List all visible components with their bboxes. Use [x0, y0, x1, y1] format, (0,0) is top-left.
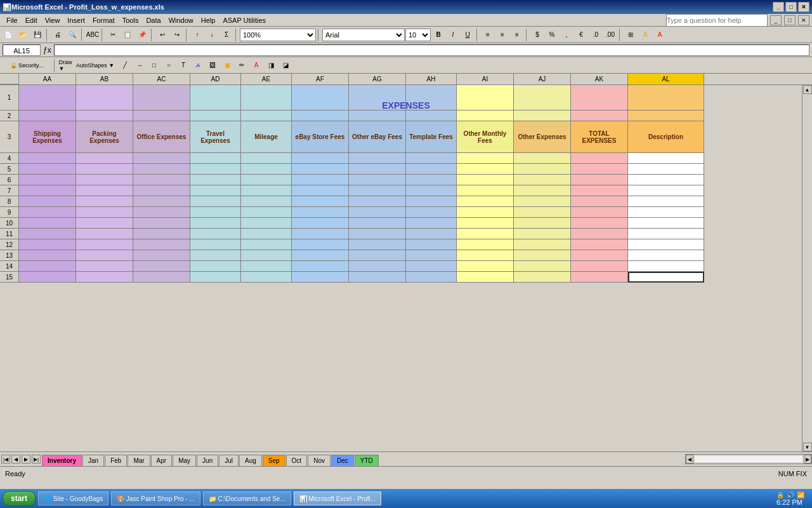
cell-AA3[interactable]: Shipping Expenses: [19, 121, 76, 153]
cell-AA5[interactable]: [19, 164, 76, 175]
cell-AJ15[interactable]: [514, 272, 571, 283]
cell-AF15[interactable]: [292, 272, 349, 283]
cell-AA10[interactable]: [19, 218, 76, 229]
cell-AL7[interactable]: [628, 185, 704, 196]
cell-AK5[interactable]: [571, 164, 628, 175]
cell-AE15[interactable]: [241, 272, 292, 283]
cell-AL6[interactable]: [628, 175, 704, 185]
cell-AA13[interactable]: [19, 250, 76, 261]
cell-AE11[interactable]: [241, 229, 292, 239]
menu-window[interactable]: Window: [165, 15, 197, 25]
cell-AC11[interactable]: [133, 229, 190, 239]
cell-AJ10[interactable]: [514, 218, 571, 229]
cell-AD12[interactable]: [190, 239, 241, 250]
cell-AG13[interactable]: [349, 250, 406, 261]
cell-AE13[interactable]: [241, 250, 292, 261]
sheet-tab-mar[interactable]: Mar: [128, 455, 150, 466]
menu-help[interactable]: Help: [197, 15, 219, 25]
cell-AG14[interactable]: [349, 261, 406, 272]
cell-AL8[interactable]: [628, 196, 704, 207]
row-num-8[interactable]: 8: [0, 196, 19, 207]
cell-AG6[interactable]: [349, 175, 406, 185]
cell-AK11[interactable]: [571, 229, 628, 239]
cell-AH1[interactable]: [406, 85, 457, 110]
cell-AD1[interactable]: [190, 85, 241, 110]
cell-AI14[interactable]: [457, 261, 514, 272]
sheet-tab-dec[interactable]: Dec: [331, 455, 354, 466]
cell-AB10[interactable]: [76, 218, 133, 229]
sort-desc-button[interactable]: ↓: [205, 28, 219, 42]
cell-AH8[interactable]: [406, 196, 457, 207]
scroll-left-button[interactable]: ◀: [686, 455, 693, 464]
cell-AH2[interactable]: [406, 110, 457, 121]
security-button[interactable]: 🔒 Security...: [1, 58, 52, 72]
new-button[interactable]: 📄: [1, 28, 15, 42]
cell-AA12[interactable]: [19, 239, 76, 250]
cell-AE10[interactable]: [241, 218, 292, 229]
cell-AE4[interactable]: [241, 153, 292, 164]
row-num-7[interactable]: 7: [0, 185, 19, 196]
app-restore-button[interactable]: □: [784, 15, 796, 25]
cell-AK9[interactable]: [571, 207, 628, 218]
cell-AI9[interactable]: [457, 207, 514, 218]
cell-AC12[interactable]: [133, 239, 190, 250]
cell-AG11[interactable]: [349, 229, 406, 239]
cell-AH9[interactable]: [406, 207, 457, 218]
cell-AB14[interactable]: [76, 261, 133, 272]
cell-AF11[interactable]: [292, 229, 349, 239]
cell-AD13[interactable]: [190, 250, 241, 261]
cell-AC5[interactable]: [133, 164, 190, 175]
cell-AA14[interactable]: [19, 261, 76, 272]
cell-AL11[interactable]: [628, 229, 704, 239]
cell-AG3[interactable]: Other eBay Fees: [349, 121, 406, 153]
cell-AK2[interactable]: [571, 110, 628, 121]
line-tool[interactable]: ╱: [118, 58, 132, 72]
scroll-up-button[interactable]: ▲: [803, 85, 812, 94]
cell-AE1[interactable]: [241, 85, 292, 110]
cell-AA8[interactable]: [19, 196, 76, 207]
currency-button[interactable]: $: [530, 28, 544, 42]
cell-AD3[interactable]: Travel Expenses: [190, 121, 241, 153]
cell-AK12[interactable]: [571, 239, 628, 250]
menu-view[interactable]: View: [41, 15, 64, 25]
cell-AG12[interactable]: [349, 239, 406, 250]
cell-AC10[interactable]: [133, 218, 190, 229]
cell-AB15[interactable]: [76, 272, 133, 283]
col-header-AH[interactable]: AH: [406, 74, 457, 84]
vertical-scrollbar[interactable]: ▲ ▼: [802, 85, 812, 451]
cell-AI4[interactable]: [457, 153, 514, 164]
taskbar-item-excel[interactable]: 📊 Microsoft Excel - Profi...: [294, 491, 381, 505]
cell-AD8[interactable]: [190, 196, 241, 207]
cell-AJ12[interactable]: [514, 239, 571, 250]
cell-AL15-selected[interactable]: [628, 272, 704, 283]
line-color-tool[interactable]: ✏: [235, 58, 249, 72]
formula-input[interactable]: [54, 44, 809, 56]
print-button[interactable]: 🖨: [51, 28, 65, 42]
menu-asap[interactable]: ASAP Utilities: [219, 15, 270, 25]
cell-AG7[interactable]: [349, 185, 406, 196]
cell-AL1[interactable]: [628, 85, 704, 110]
clipart-tool[interactable]: 🖼: [206, 58, 219, 72]
cell-AJ2[interactable]: [514, 110, 571, 121]
cell-AK13[interactable]: [571, 250, 628, 261]
cell-AJ14[interactable]: [514, 261, 571, 272]
cell-AE9[interactable]: [241, 207, 292, 218]
cell-AE7[interactable]: [241, 185, 292, 196]
cell-AL3[interactable]: Description: [628, 121, 704, 153]
app-close-button[interactable]: ✕: [798, 15, 809, 25]
cell-AE3[interactable]: Mileage: [241, 121, 292, 153]
cell-AC9[interactable]: [133, 207, 190, 218]
cell-AD15[interactable]: [190, 272, 241, 283]
cell-AA4[interactable]: [19, 153, 76, 164]
cell-AI15[interactable]: [457, 272, 514, 283]
cell-AL13[interactable]: [628, 250, 704, 261]
cell-AB1[interactable]: [76, 85, 133, 110]
cell-AB11[interactable]: [76, 229, 133, 239]
cell-AI12[interactable]: [457, 239, 514, 250]
cell-AK6[interactable]: [571, 175, 628, 185]
cell-AB5[interactable]: [76, 164, 133, 175]
cell-AH10[interactable]: [406, 218, 457, 229]
font-size-dropdown[interactable]: 10: [405, 29, 431, 41]
menu-format[interactable]: Format: [89, 15, 119, 25]
sheet-tab-may[interactable]: May: [173, 455, 196, 466]
